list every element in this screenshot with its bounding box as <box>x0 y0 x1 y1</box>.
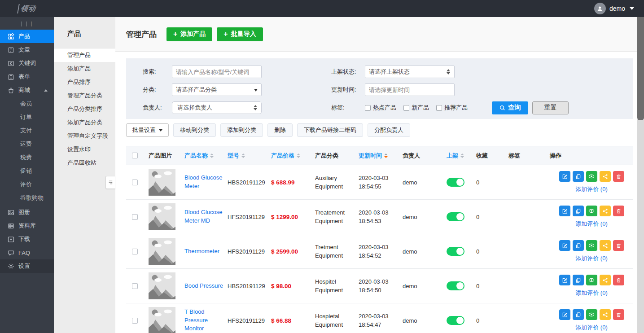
submenu-item-add-product[interactable]: 添加产品 <box>54 62 115 75</box>
view-button[interactable] <box>586 275 597 285</box>
sidebar-item-members[interactable]: 会员 <box>0 97 54 110</box>
add-review-link[interactable]: 添加评价 (0) <box>575 185 608 193</box>
sidebar-item-library[interactable]: 资料库 <box>0 219 54 232</box>
copy-button[interactable] <box>573 275 584 285</box>
add-product-button[interactable]: + 添加产品 <box>166 27 212 41</box>
owner-select[interactable]: 请选择负责人 <box>172 101 262 114</box>
copy-button[interactable] <box>573 171 584 182</box>
sidebar-item-reviews[interactable]: 评价 <box>0 178 54 191</box>
sidebar-item-settings[interactable]: 设置 <box>0 259 54 273</box>
submenu-item-sort-categories[interactable]: 产品分类排序 <box>54 102 115 116</box>
row-checkbox[interactable] <box>132 249 138 254</box>
col-publish-sort[interactable]: 上架 <box>447 152 476 160</box>
batch-import-button[interactable]: + 批量导入 <box>217 27 263 41</box>
submenu-item-recycle-bin[interactable]: 产品回收站 <box>54 156 115 170</box>
submenu-item-custom-fields[interactable]: 管理自定义字段 <box>54 129 115 143</box>
share-button[interactable] <box>600 275 611 285</box>
row-checkbox[interactable] <box>132 283 138 289</box>
submenu-item-add-category[interactable]: 添加产品分类 <box>54 116 115 129</box>
view-button[interactable] <box>586 206 597 216</box>
share-button[interactable] <box>600 309 611 320</box>
sidebar-item-payment[interactable]: 支付 <box>0 124 54 137</box>
product-name-link[interactable]: Bood Pressure <box>184 282 228 290</box>
sidebar-item-products[interactable]: 产品 <box>0 30 54 43</box>
submenu-item-manage-categories[interactable]: 管理产品分类 <box>54 89 115 102</box>
move-to-category-button[interactable]: 移动到分类 <box>173 123 216 137</box>
sidebar-item-mall[interactable]: 商城 <box>0 83 54 97</box>
product-image[interactable] <box>149 203 175 230</box>
bulk-settings-button[interactable]: 批量设置 <box>126 123 169 137</box>
submenu-item-manage-products[interactable]: 管理产品 <box>54 48 115 62</box>
sidebar-item-tax[interactable]: 税费 <box>0 151 54 164</box>
publish-toggle[interactable] <box>447 281 464 290</box>
product-name-link[interactable]: Blood Glucose Meter MD <box>184 208 228 225</box>
publish-toggle[interactable] <box>447 212 464 221</box>
add-review-link[interactable]: 添加评价 (0) <box>575 324 608 332</box>
row-checkbox[interactable] <box>132 318 138 324</box>
download-qrcode-button[interactable]: 下载产品链接二维码 <box>297 123 363 137</box>
edit-button[interactable] <box>559 275 570 285</box>
recommended-product-checkbox[interactable]: 推荐产品 <box>436 104 468 112</box>
sidebar-item-orders[interactable]: 订单 <box>0 110 54 124</box>
view-button[interactable] <box>586 240 597 251</box>
delete-row-button[interactable] <box>613 206 624 216</box>
sidebar-collapse-handle[interactable]: ❘❘❘ <box>0 17 54 30</box>
col-name-sort[interactable]: 产品名称 <box>184 152 228 160</box>
hot-product-checkbox[interactable]: 热点产品 <box>365 104 396 112</box>
product-image[interactable] <box>149 238 175 265</box>
query-button[interactable]: 查询 <box>492 101 528 114</box>
delete-row-button[interactable] <box>613 275 624 285</box>
submenu-item-sort-products[interactable]: 产品排序 <box>54 75 115 89</box>
scrollbar-thumb[interactable] <box>637 17 644 120</box>
delete-row-button[interactable] <box>613 171 624 182</box>
delete-button[interactable]: 删除 <box>267 123 293 137</box>
publish-toggle[interactable] <box>447 247 464 256</box>
publish-status-select[interactable]: 请选择上架状态 <box>365 66 455 78</box>
update-time-input[interactable] <box>365 83 455 96</box>
view-button[interactable] <box>586 309 597 320</box>
sidebar-item-downloads[interactable]: 下载 <box>0 232 54 246</box>
sidebar-item-shipping[interactable]: 运费 <box>0 137 54 151</box>
delete-row-button[interactable] <box>613 240 624 251</box>
copy-button[interactable] <box>573 240 584 251</box>
sidebar-item-albums[interactable]: 图册 <box>0 206 54 219</box>
publish-toggle[interactable] <box>447 316 464 325</box>
edit-button[interactable] <box>559 171 570 182</box>
sidebar-item-promotion[interactable]: 促销 <box>0 164 54 178</box>
new-product-checkbox[interactable]: 新产品 <box>403 104 429 112</box>
product-image[interactable] <box>149 169 175 196</box>
col-updated-sort[interactable]: 更新时间 <box>359 152 403 160</box>
scrollbar-track[interactable] <box>637 17 644 333</box>
assign-owner-button[interactable]: 分配负责人 <box>368 123 410 137</box>
category-select[interactable]: 请选择产品分类 <box>172 83 262 96</box>
product-name-link[interactable]: T Blood Pressure Monitor <box>184 308 228 333</box>
add-review-link[interactable]: 添加评价 (0) <box>575 254 608 263</box>
product-image[interactable] <box>149 307 175 333</box>
submenu-item-watermark[interactable]: 设置水印 <box>54 143 115 156</box>
delete-row-button[interactable] <box>613 309 624 320</box>
edit-button[interactable] <box>559 240 570 251</box>
edit-button[interactable] <box>559 309 570 320</box>
add-review-link[interactable]: 添加评价 (0) <box>575 289 608 297</box>
product-name-link[interactable]: Thermometer <box>184 247 224 256</box>
product-image[interactable] <box>149 272 175 299</box>
share-button[interactable] <box>600 206 611 216</box>
user-menu[interactable]: demo <box>594 3 644 14</box>
sidebar-item-google-shopping[interactable]: 谷歌购物 <box>0 191 54 205</box>
add-to-category-button[interactable]: 添加到分类 <box>220 123 263 137</box>
product-name-link[interactable]: Blood Glucose Meter <box>184 174 228 191</box>
share-button[interactable] <box>600 171 611 182</box>
sidebar-item-keywords[interactable]: 关键词 <box>0 57 54 70</box>
submenu-collapse-button[interactable] <box>105 176 115 189</box>
reset-button[interactable]: 重置 <box>532 101 569 114</box>
share-button[interactable] <box>600 240 611 251</box>
sidebar-item-articles[interactable]: 文章 <box>0 43 54 57</box>
sidebar-item-forms[interactable]: 表单 <box>0 70 54 83</box>
view-button[interactable] <box>586 171 597 182</box>
add-review-link[interactable]: 添加评价 (0) <box>575 220 608 228</box>
publish-toggle[interactable] <box>447 178 464 187</box>
col-model-sort[interactable]: 型号 <box>228 152 271 160</box>
row-checkbox[interactable] <box>132 180 138 185</box>
row-checkbox[interactable] <box>132 214 138 220</box>
sidebar-item-faq[interactable]: FAQ <box>0 246 54 259</box>
